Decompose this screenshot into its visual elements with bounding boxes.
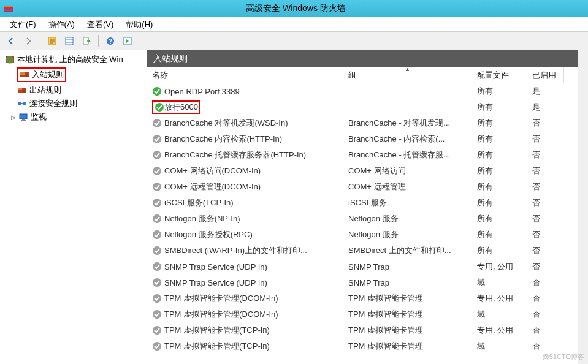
rule-disabled-icon	[152, 262, 162, 271]
rule-name: TPM 虚拟智能卡管理(DCOM-In)	[164, 293, 278, 304]
tree-inbound[interactable]: 入站规则	[2, 66, 144, 83]
rule-enabled-cell: 否	[527, 293, 564, 304]
menu-file[interactable]: 文件(F)	[4, 18, 42, 31]
rule-row[interactable]: iSCSI 服务(TCP-In)iSCSI 服务所有否	[147, 195, 588, 211]
rule-disabled-icon	[152, 166, 162, 176]
help-button[interactable]: ?	[103, 34, 118, 48]
rule-row[interactable]: TPM 虚拟智能卡管理(DCOM-In)TPM 虚拟智能卡管理域否	[147, 306, 588, 322]
rule-name-cell: TPM 虚拟智能卡管理(DCOM-In)	[147, 293, 343, 304]
rule-disabled-icon	[152, 278, 162, 287]
refresh-button[interactable]	[120, 34, 135, 48]
rule-enabled-cell: 否	[527, 197, 564, 208]
inbound-rules-icon	[20, 70, 29, 80]
firewall-root-icon	[5, 55, 15, 64]
rule-profile-cell: 专用, 公用	[472, 261, 527, 272]
rule-disabled-icon	[152, 118, 162, 128]
rule-disabled-icon	[152, 325, 162, 335]
rule-name: TPM 虚拟智能卡管理(TCP-In)	[164, 325, 270, 336]
rule-name: COM+ 远程管理(DCOM-In)	[164, 181, 261, 192]
rule-row[interactable]: Netlogon 服务(NP-In)Netlogon 服务所有否	[147, 211, 588, 227]
rule-enabled-icon	[155, 102, 164, 112]
rule-name: TPM 虚拟智能卡管理(DCOM-In)	[164, 309, 278, 320]
rule-disabled-icon	[152, 246, 162, 256]
svg-point-32	[153, 214, 161, 223]
rule-row[interactable]: BranchCache 托管缓存服务器(HTTP-In)BranchCache …	[147, 147, 588, 163]
tree-inbound-label: 入站规则	[32, 69, 64, 80]
outbound-rules-icon	[17, 85, 27, 95]
rule-name-cell: iSCSI 服务(TCP-In)	[147, 197, 343, 208]
svg-point-29	[153, 167, 161, 175]
rule-group-cell: SMBDirect 上的文件和打印...	[343, 245, 472, 256]
rule-disabled-icon	[152, 150, 162, 160]
rule-name-cell: TPM 虚拟智能卡管理(DCOM-In)	[147, 309, 343, 320]
rule-group-cell: COM+ 网络访问	[343, 165, 472, 176]
svg-rect-21	[20, 114, 27, 119]
rule-row[interactable]: TPM 虚拟智能卡管理(DCOM-In)TPM 虚拟智能卡管理专用, 公用否	[147, 290, 588, 306]
rule-enabled-cell: 否	[527, 118, 564, 129]
rule-group-cell: SNMP Trap	[343, 262, 472, 271]
rule-row[interactable]: COM+ 网络访问(DCOM-In)COM+ 网络访问所有否	[147, 163, 588, 179]
menu-help[interactable]: 帮助(H)	[120, 18, 159, 31]
rule-row[interactable]: SMBDirect (iWARP-In)上的文件和打印...SMBDirect …	[147, 243, 588, 259]
menu-view[interactable]: 查看(V)	[81, 18, 120, 31]
nav-forward-button[interactable]	[21, 34, 36, 48]
export-button[interactable]	[79, 34, 94, 48]
window-title: 高级安全 Windows 防火墙	[4, 3, 588, 14]
rule-row[interactable]: SNMP Trap Service (UDP In)SNMP Trap专用, 公…	[147, 259, 588, 275]
rule-row[interactable]: COM+ 远程管理(DCOM-In)COM+ 远程管理所有否	[147, 179, 588, 195]
column-headers: 名称 ▲组 配置文件 已启用	[147, 67, 588, 83]
toolbar-separator	[98, 35, 99, 47]
rule-name: TPM 虚拟智能卡管理(TCP-In)	[164, 341, 270, 352]
new-rule-button[interactable]	[45, 34, 59, 48]
rule-disabled-icon	[152, 230, 162, 240]
rule-disabled-icon	[152, 214, 162, 224]
rule-name: SNMP Trap Service (UDP In)	[164, 262, 267, 271]
rule-profile-cell: 所有	[472, 197, 527, 208]
tree-root-label: 本地计算机 上的高级安全 Win	[17, 54, 123, 65]
rule-enabled-cell: 否	[527, 181, 564, 192]
rule-row[interactable]: Open RDP Port 3389所有是	[147, 83, 588, 99]
tree-connsec[interactable]: 连接安全规则	[2, 97, 144, 110]
svg-point-38	[153, 310, 161, 319]
rule-row[interactable]: TPM 虚拟智能卡管理(TCP-In)TPM 虚拟智能卡管理域否	[147, 338, 588, 354]
column-name[interactable]: 名称	[147, 67, 343, 83]
rule-enabled-cell: 否	[527, 213, 564, 224]
rule-enabled-cell: 否	[527, 277, 564, 288]
column-group[interactable]: ▲组	[343, 67, 472, 83]
rule-name: SNMP Trap Service (UDP In)	[164, 278, 267, 287]
right-scrollbar-track[interactable]	[578, 50, 588, 364]
svg-point-33	[153, 230, 161, 239]
rule-enabled-cell: 否	[527, 309, 564, 320]
svg-rect-16	[18, 88, 22, 90]
svg-point-34	[153, 246, 161, 255]
rule-group-cell: TPM 虚拟智能卡管理	[343, 309, 472, 320]
rule-row[interactable]: 放行6000所有是	[147, 99, 588, 115]
column-profile[interactable]: 配置文件	[472, 67, 527, 83]
rule-name-cell: Netlogon 服务(NP-In)	[147, 213, 343, 224]
rule-name: COM+ 网络访问(DCOM-In)	[164, 165, 261, 176]
rule-row[interactable]: BranchCache 内容检索(HTTP-In)BranchCache - 内…	[147, 131, 588, 147]
expand-icon[interactable]: ▷	[10, 113, 17, 121]
rule-name-cell: Open RDP Port 3389	[147, 86, 343, 96]
tree-outbound[interactable]: 出站规则	[2, 83, 144, 97]
rule-group-cell: TPM 虚拟智能卡管理	[343, 293, 472, 304]
rule-name-cell: COM+ 网络访问(DCOM-In)	[147, 165, 343, 176]
tree-root[interactable]: 本地计算机 上的高级安全 Win	[2, 53, 144, 66]
svg-point-40	[153, 342, 161, 351]
menu-action[interactable]: 操作(A)	[42, 18, 81, 31]
toolbar-separator	[40, 35, 40, 47]
tree-monitor[interactable]: ▷ 监视	[2, 110, 144, 124]
rule-row[interactable]: TPM 虚拟智能卡管理(TCP-In)TPM 虚拟智能卡管理专用, 公用否	[147, 322, 588, 338]
rule-group-cell: Netlogon 服务	[343, 213, 472, 224]
list-view-button[interactable]	[62, 34, 77, 48]
tree-outbound-label: 出站规则	[29, 85, 61, 96]
rule-row[interactable]: SNMP Trap Service (UDP In)SNMP Trap域否	[147, 275, 588, 290]
rule-row[interactable]: Netlogon 服务授权(RPC)Netlogon 服务所有否	[147, 227, 588, 243]
tree-monitor-label: 监视	[31, 112, 47, 123]
rule-disabled-icon	[152, 341, 162, 351]
rule-name-cell: Netlogon 服务授权(RPC)	[147, 229, 343, 240]
rule-row[interactable]: BranchCache 对等机发现(WSD-In)BranchCache - 对…	[147, 115, 588, 131]
column-enabled[interactable]: 已启用	[527, 67, 564, 83]
list-body[interactable]: Open RDP Port 3389所有是放行6000所有是BranchCach…	[147, 83, 588, 364]
nav-back-button[interactable]	[4, 34, 18, 48]
